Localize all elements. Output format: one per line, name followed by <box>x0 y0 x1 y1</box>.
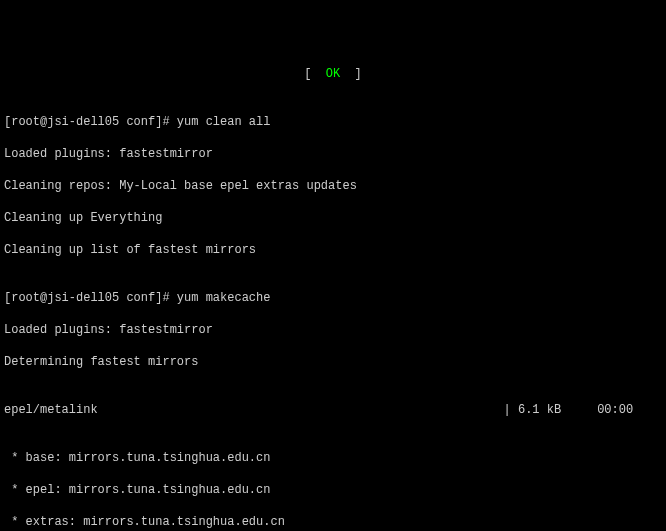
mirror-line: * extras: mirrors.tuna.tsinghua.edu.cn <box>4 514 662 530</box>
output-line: Determining fastest mirrors <box>4 354 662 370</box>
output-line: Loaded plugins: fastestmirror <box>4 322 662 338</box>
repo-row: epel/metalink| 6.1 kB 00:00 <box>4 402 662 418</box>
output-line: Cleaning up Everything <box>4 210 662 226</box>
shell-prompt: [root@jsi-dell05 conf]# <box>4 290 170 306</box>
prompt-line-2: [root@jsi-dell05 conf]#yum makecache <box>4 290 662 306</box>
repo-stats: | 6.1 kB 00:00 <box>504 402 662 418</box>
status-ok: [ OK ] <box>4 66 662 82</box>
command-text: yum makecache <box>177 290 271 306</box>
output-line: Cleaning repos: My-Local base epel extra… <box>4 178 662 194</box>
mirror-line: * base: mirrors.tuna.tsinghua.edu.cn <box>4 450 662 466</box>
mirror-line: * epel: mirrors.tuna.tsinghua.edu.cn <box>4 482 662 498</box>
prompt-line-1: [root@jsi-dell05 conf]#yum clean all <box>4 114 662 130</box>
shell-prompt: [root@jsi-dell05 conf]# <box>4 114 170 130</box>
output-line: Loaded plugins: fastestmirror <box>4 146 662 162</box>
repo-name: epel/metalink <box>4 402 504 418</box>
command-text: yum clean all <box>177 114 271 130</box>
output-line: Cleaning up list of fastest mirrors <box>4 242 662 258</box>
